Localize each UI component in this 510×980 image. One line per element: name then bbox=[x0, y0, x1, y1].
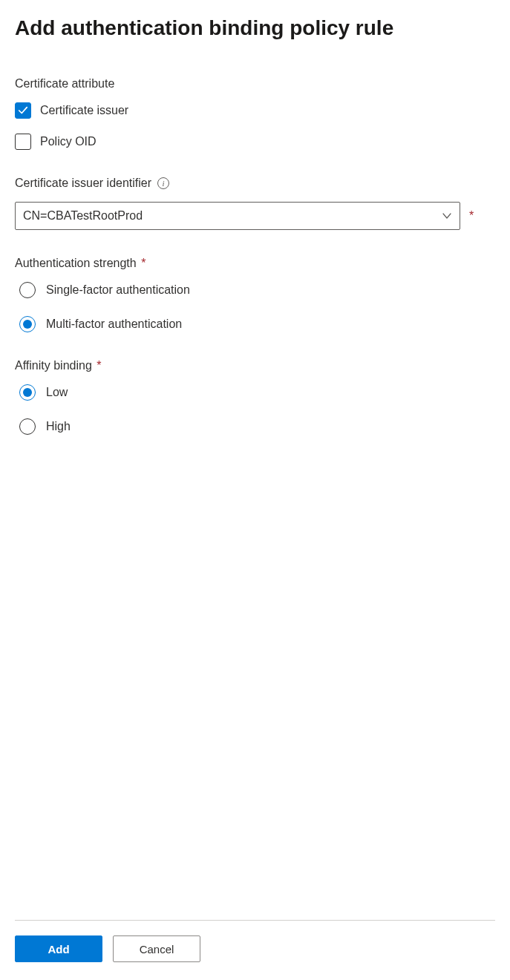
affinity-low-label: Low bbox=[46, 386, 68, 399]
issuer-identifier-label: Certificate issuer identifier i bbox=[15, 177, 495, 190]
issuer-identifier-dropdown[interactable]: CN=CBATestRootProd bbox=[15, 202, 460, 230]
certificate-attribute-label: Certificate attribute bbox=[15, 77, 495, 91]
auth-strength-label-text: Authentication strength bbox=[15, 257, 137, 269]
certificate-attribute-group: Certificate issuer Policy OID bbox=[15, 102, 495, 150]
auth-strength-required: * bbox=[141, 257, 146, 269]
affinity-high-label: High bbox=[46, 420, 71, 433]
issuer-identifier-required: * bbox=[469, 209, 474, 223]
single-factor-radio[interactable] bbox=[19, 282, 36, 298]
affinity-binding-label-text: Affinity binding bbox=[15, 359, 92, 372]
issuer-identifier-field-wrapper: CN=CBATestRootProd * bbox=[15, 202, 495, 230]
checkmark-icon bbox=[18, 105, 28, 116]
certificate-attribute-label-text: Certificate attribute bbox=[15, 77, 114, 91]
certificate-issuer-checkbox-row[interactable]: Certificate issuer bbox=[15, 102, 495, 119]
affinity-binding-label: Affinity binding * bbox=[15, 359, 495, 372]
multi-factor-radio[interactable] bbox=[19, 316, 36, 332]
chevron-down-icon bbox=[442, 211, 452, 221]
cancel-button[interactable]: Cancel bbox=[113, 935, 200, 962]
info-icon[interactable]: i bbox=[157, 177, 169, 189]
footer-divider bbox=[15, 920, 495, 921]
policy-oid-label: Policy OID bbox=[40, 135, 97, 148]
affinity-low-radio-row[interactable]: Low bbox=[19, 384, 495, 401]
affinity-high-radio-row[interactable]: High bbox=[19, 418, 495, 435]
auth-strength-label: Authentication strength * bbox=[15, 257, 495, 270]
footer: Add Cancel bbox=[15, 920, 495, 962]
policy-oid-checkbox[interactable] bbox=[15, 134, 31, 150]
affinity-low-radio[interactable] bbox=[19, 384, 36, 401]
single-factor-radio-row[interactable]: Single-factor authentication bbox=[19, 282, 495, 298]
add-button[interactable]: Add bbox=[15, 935, 102, 962]
affinity-binding-group: Low High bbox=[15, 384, 495, 435]
certificate-issuer-checkbox[interactable] bbox=[15, 102, 31, 119]
issuer-identifier-label-text: Certificate issuer identifier bbox=[15, 177, 151, 190]
multi-factor-radio-row[interactable]: Multi-factor authentication bbox=[19, 316, 495, 332]
policy-oid-checkbox-row[interactable]: Policy OID bbox=[15, 134, 495, 150]
footer-button-row: Add Cancel bbox=[15, 935, 495, 962]
multi-factor-label: Multi-factor authentication bbox=[46, 318, 182, 331]
single-factor-label: Single-factor authentication bbox=[46, 283, 190, 297]
issuer-identifier-value: CN=CBATestRootProd bbox=[23, 209, 143, 223]
auth-strength-group: Single-factor authentication Multi-facto… bbox=[15, 282, 495, 332]
affinity-high-radio[interactable] bbox=[19, 418, 36, 435]
affinity-binding-required: * bbox=[97, 359, 101, 372]
page-title: Add authentication binding policy rule bbox=[15, 15, 495, 42]
certificate-issuer-label: Certificate issuer bbox=[40, 104, 128, 117]
